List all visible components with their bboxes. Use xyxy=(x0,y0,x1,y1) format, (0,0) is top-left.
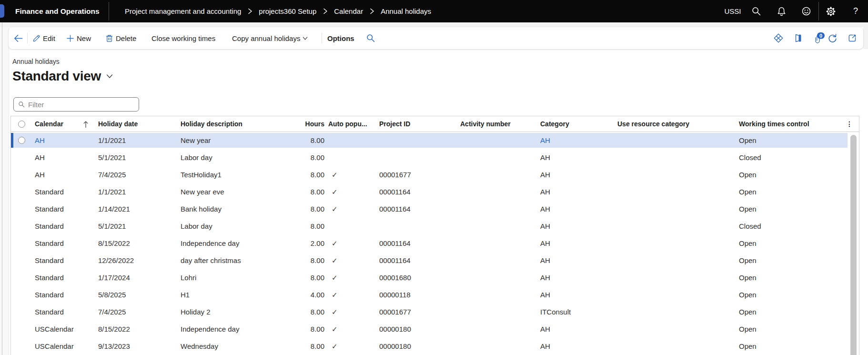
help-icon[interactable]: ? xyxy=(851,0,860,22)
cell-holiday-description[interactable]: Holiday 2 xyxy=(181,304,211,319)
table-row[interactable]: Standard 12/26/2022 day after christmas … xyxy=(11,252,859,269)
cell-project-id[interactable]: 00000180 xyxy=(379,322,411,336)
column-header-use-resource-category[interactable]: Use resource category xyxy=(617,116,689,132)
vertical-scrollbar[interactable] xyxy=(850,135,857,355)
cell-auto-populate-checkmark[interactable]: ✓ xyxy=(332,202,338,216)
table-row[interactable]: Standard 5/8/2025 H1 4.00 ✓ 00000118 AH … xyxy=(11,286,859,304)
cell-project-id[interactable]: 00001680 xyxy=(379,270,411,285)
cell-hours[interactable]: 2.00 xyxy=(268,236,324,251)
cell-calendar[interactable]: Standard xyxy=(35,219,64,233)
cell-working-times-control[interactable]: Open xyxy=(739,339,757,354)
cell-holiday-description[interactable]: New year eve xyxy=(181,184,224,199)
company-picker[interactable]: USSI xyxy=(722,0,744,22)
table-row[interactable]: Standard 7/4/2025 Holiday 2 8.00 ✓ 00001… xyxy=(11,304,859,321)
cell-auto-populate-checkmark[interactable]: ✓ xyxy=(332,322,338,336)
cell-holiday-date[interactable]: 1/17/2024 xyxy=(98,270,130,285)
table-row[interactable]: AH 7/4/2025 TestHoliday1 8.00 ✓ 00001677… xyxy=(11,166,859,183)
cell-holiday-date[interactable]: 1/14/2021 xyxy=(98,202,130,216)
app-title[interactable]: Finance and Operations xyxy=(15,0,100,22)
cell-holiday-date[interactable]: 8/15/2022 xyxy=(98,236,130,251)
attachments-icon[interactable]: 0 xyxy=(812,27,826,49)
cell-project-id[interactable]: 00000118 xyxy=(379,287,411,302)
cell-calendar[interactable]: USCalendar xyxy=(35,322,74,336)
cell-hours[interactable]: 8.00 xyxy=(268,270,324,285)
cell-project-id[interactable]: 00001164 xyxy=(379,202,411,216)
cell-holiday-date[interactable]: 8/15/2022 xyxy=(98,322,130,336)
column-header-holiday-date[interactable]: Holiday date xyxy=(98,116,138,132)
column-header-project-id[interactable]: Project ID xyxy=(379,116,410,132)
table-row[interactable]: Standard 5/1/2021 Labor day 8.00 AH Clos… xyxy=(11,218,859,235)
view-title[interactable]: Standard view xyxy=(12,69,113,84)
cell-calendar[interactable]: Standard xyxy=(35,202,64,216)
cell-calendar[interactable]: USCalendar xyxy=(35,339,74,354)
cell-calendar[interactable]: Standard xyxy=(35,270,64,285)
cell-holiday-description[interactable]: Independence day xyxy=(181,322,239,336)
copy-annual-holidays-button[interactable]: Copy annual holidays xyxy=(232,27,308,49)
new-button[interactable]: New xyxy=(66,27,91,49)
cell-calendar[interactable]: AH xyxy=(35,167,45,182)
cell-auto-populate-checkmark[interactable]: ✓ xyxy=(332,339,338,354)
breadcrumb-section[interactable]: Calendar xyxy=(334,7,363,15)
cell-working-times-control[interactable]: Open xyxy=(739,133,757,148)
cell-project-id[interactable]: 00001164 xyxy=(379,184,411,199)
table-row[interactable]: USCalendar 9/13/2023 Wednesday 8.00 ✓ 00… xyxy=(11,338,859,355)
filter-input[interactable]: Filter xyxy=(13,97,139,112)
cell-holiday-date[interactable]: 12/26/2022 xyxy=(98,253,134,268)
cell-working-times-control[interactable]: Open xyxy=(739,322,757,336)
cell-working-times-control[interactable]: Open xyxy=(739,287,757,302)
cell-holiday-date[interactable]: 5/1/2021 xyxy=(98,150,126,165)
breadcrumb-area[interactable]: projects360 Setup xyxy=(259,7,316,15)
cell-auto-populate-checkmark[interactable]: ✓ xyxy=(332,270,338,285)
cell-calendar[interactable]: Standard xyxy=(35,287,64,302)
cell-category[interactable]: AH xyxy=(540,339,550,354)
cell-holiday-date[interactable]: 9/13/2023 xyxy=(98,339,130,354)
cell-holiday-description[interactable]: Lohri xyxy=(181,270,196,285)
cell-hours[interactable]: 4.00 xyxy=(268,287,324,302)
cell-working-times-control[interactable]: Open xyxy=(739,184,757,199)
cell-hours[interactable]: 8.00 xyxy=(268,253,324,268)
refresh-icon[interactable] xyxy=(827,27,838,49)
table-row[interactable]: Standard 1/1/2021 New year eve 8.00 ✓ 00… xyxy=(11,183,859,201)
cell-category[interactable]: AH xyxy=(540,150,550,165)
column-header-working-times-control[interactable]: Working times control xyxy=(739,116,809,132)
cell-holiday-description[interactable]: Labor day xyxy=(181,219,212,233)
cell-calendar[interactable]: Standard xyxy=(35,184,64,199)
cell-holiday-description[interactable]: TestHoliday1 xyxy=(181,167,222,182)
cell-project-id[interactable]: 00001164 xyxy=(379,253,411,268)
cell-category[interactable]: AH xyxy=(540,133,550,148)
cell-holiday-date[interactable]: 5/8/2025 xyxy=(98,287,126,302)
dynamics-apps-icon[interactable] xyxy=(773,27,784,49)
breadcrumb-page[interactable]: Annual holidays xyxy=(381,7,431,15)
options-button[interactable]: Options xyxy=(327,27,354,49)
cell-holiday-description[interactable]: Bank holiday xyxy=(181,202,222,216)
table-row[interactable]: AH 1/1/2021 New year 8.00 AH Open xyxy=(11,132,859,149)
cell-auto-populate-checkmark[interactable]: ✓ xyxy=(332,184,338,199)
cell-holiday-date[interactable]: 1/1/2021 xyxy=(98,133,126,148)
breadcrumb-module[interactable]: Project management and accounting xyxy=(125,7,241,15)
cell-category[interactable]: ITConsult xyxy=(540,304,571,319)
open-in-new-window-icon[interactable] xyxy=(847,27,858,49)
cell-hours[interactable]: 8.00 xyxy=(268,150,324,165)
cell-holiday-description[interactable]: day after christmas xyxy=(181,253,241,268)
cell-holiday-date[interactable]: 7/4/2025 xyxy=(98,304,126,319)
cell-category[interactable]: AH xyxy=(540,202,550,216)
cell-hours[interactable]: 8.00 xyxy=(268,202,324,216)
back-button[interactable] xyxy=(13,27,24,49)
cell-working-times-control[interactable]: Open xyxy=(739,167,757,182)
cell-calendar[interactable]: Standard xyxy=(35,304,64,319)
cell-calendar[interactable]: AH xyxy=(35,150,45,165)
cell-category[interactable]: AH xyxy=(540,184,550,199)
cell-working-times-control[interactable]: Open xyxy=(739,253,757,268)
settings-gear-icon[interactable] xyxy=(825,0,837,22)
cell-category[interactable]: AH xyxy=(540,270,550,285)
table-row[interactable]: Standard 1/17/2024 Lohri 8.00 ✓ 00001680… xyxy=(11,269,859,286)
cell-holiday-description[interactable]: Wednesday xyxy=(181,339,218,354)
cell-auto-populate-checkmark[interactable]: ✓ xyxy=(332,253,338,268)
cell-auto-populate-checkmark[interactable]: ✓ xyxy=(332,304,338,319)
cell-project-id[interactable]: 00001164 xyxy=(379,236,411,251)
close-working-times-button[interactable]: Close working times xyxy=(151,27,215,49)
column-header-category[interactable]: Category xyxy=(540,116,569,132)
cell-working-times-control[interactable]: Open xyxy=(739,236,757,251)
cell-holiday-date[interactable]: 7/4/2025 xyxy=(98,167,126,182)
delete-button[interactable]: Delete xyxy=(105,27,136,49)
